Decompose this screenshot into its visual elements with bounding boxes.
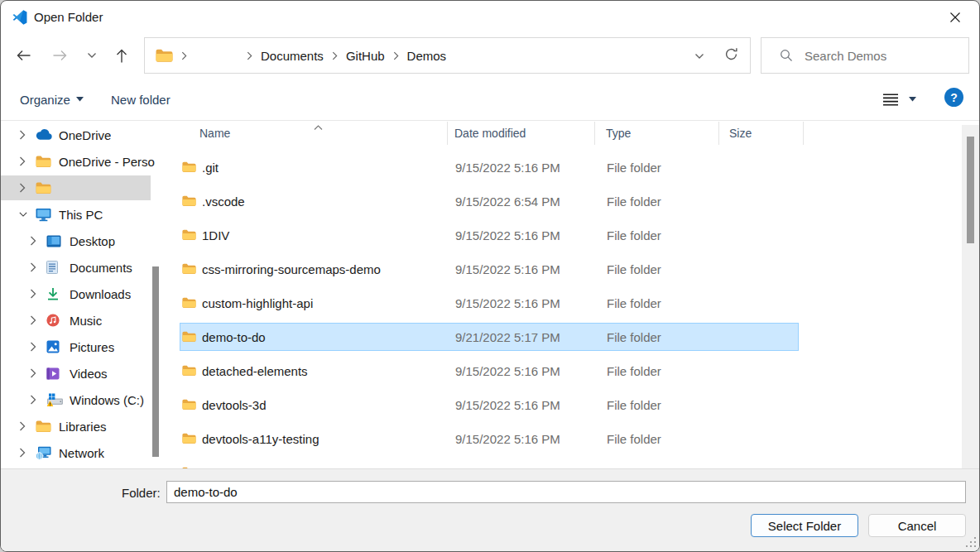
breadcrumb-segment-documents[interactable]: Documents: [261, 49, 324, 63]
breadcrumb-segment-github[interactable]: GitHub: [346, 49, 385, 63]
sidebar-item-this-pc[interactable]: This PC: [1, 201, 166, 228]
folder-label: Folder:: [122, 486, 161, 500]
tree-expanded-chevron-icon[interactable]: [19, 211, 27, 218]
file-name: devtools-3d: [202, 398, 267, 412]
select-folder-button[interactable]: Select Folder: [751, 514, 858, 537]
file-row-devtools-a11y-testing[interactable]: devtools-a11y-testing9/15/2022 5:16 PMFi…: [180, 425, 799, 453]
breadcrumb-chevron-icon[interactable]: [247, 51, 252, 60]
file-name-cell: demo-to-do: [180, 330, 449, 344]
breadcrumb: DocumentsGitHubDemos: [144, 37, 751, 74]
sidebar-item-libraries[interactable]: Libraries: [1, 413, 166, 439]
sidebar-item-network[interactable]: Network: [1, 439, 166, 466]
date-modified-cell: 9/15/2022 5:16 PM: [449, 262, 596, 276]
recent-locations-chevron-icon[interactable]: [79, 44, 104, 67]
sort-ascending-caret-icon: [314, 122, 323, 133]
file-list: NameDate modifiedTypeSize .git9/15/2022 …: [166, 122, 979, 468]
type-cell: File folder: [596, 296, 720, 310]
view-options-caret-button[interactable]: [909, 89, 916, 110]
sidebar-item-folder[interactable]: [1, 175, 166, 201]
column-header-type[interactable]: Type: [595, 122, 719, 145]
sidebar-item-windows-c[interactable]: Windows (C:): [1, 386, 166, 413]
tree-collapsed-chevron-icon[interactable]: [19, 421, 27, 431]
sidebar-item-label: Music: [70, 314, 102, 328]
list-scrollbar-track[interactable]: [962, 125, 979, 468]
file-row-css-mirroring-sourcemaps-demo[interactable]: css-mirroring-sourcemaps-demo9/15/2022 5…: [180, 255, 799, 283]
sidebar-item-label: Network: [59, 446, 104, 460]
list-scrollbar-thumb[interactable]: [967, 137, 974, 243]
sidebar-item-onedrive-perso[interactable]: OneDrive - Perso: [1, 148, 166, 175]
search-box: [761, 37, 969, 74]
view-caret-icon: [909, 97, 916, 102]
folder-icon: [36, 182, 53, 194]
organize-button[interactable]: Organize: [20, 89, 84, 110]
tree-collapsed-chevron-icon[interactable]: [30, 262, 38, 272]
file-row-detached-elements[interactable]: detached-elements9/15/2022 5:16 PMFile f…: [180, 357, 799, 385]
file-name: .git: [202, 161, 219, 175]
help-button[interactable]: ?: [944, 88, 963, 107]
download-icon: [46, 287, 64, 300]
sidebar-item-label: Desktop: [70, 234, 115, 248]
file-row-1DIV[interactable]: 1DIV9/15/2022 5:16 PMFile folder: [180, 221, 799, 249]
breadcrumb-segment-demos[interactable]: Demos: [407, 49, 447, 63]
back-icon[interactable]: [11, 44, 36, 67]
search-input[interactable]: [805, 49, 969, 63]
tree-collapsed-chevron-icon[interactable]: [30, 395, 38, 405]
file-row-demo-to-do[interactable]: demo-to-do9/21/2022 5:17 PMFile folder: [180, 323, 799, 351]
tree-collapsed-chevron-icon[interactable]: [19, 130, 27, 140]
file-row--vscode[interactable]: .vscode9/15/2022 6:54 PMFile folder: [180, 187, 799, 215]
date-modified-cell: 9/15/2022 5:16 PM: [449, 432, 596, 446]
sidebar-item-label: OneDrive: [59, 128, 111, 142]
tree-collapsed-chevron-icon[interactable]: [30, 236, 38, 246]
address-folder-icon[interactable]: [156, 49, 173, 63]
resize-grip[interactable]: [964, 535, 976, 547]
sidebar-item-music[interactable]: Music: [1, 307, 166, 334]
close-icon[interactable]: [939, 6, 971, 29]
tree-collapsed-chevron-icon[interactable]: [30, 368, 38, 378]
up-icon[interactable]: [109, 44, 134, 67]
sidebar-scrollbar-thumb[interactable]: [152, 266, 159, 457]
column-header-label: Size: [729, 127, 752, 140]
type-cell: File folder: [596, 228, 720, 242]
tree-collapsed-chevron-icon[interactable]: [19, 448, 27, 458]
file-row-custom-highlight-api[interactable]: custom-highlight-api9/15/2022 5:16 PMFil…: [180, 289, 799, 317]
sidebar-item-desktop[interactable]: Desktop: [1, 228, 166, 254]
column-header-date-modified[interactable]: Date modified: [448, 122, 595, 145]
folder-name-input[interactable]: [166, 481, 966, 503]
sidebar-item-videos[interactable]: Videos: [1, 360, 166, 386]
file-row-devtools-animations[interactable]: devtools-animations9/15/2022 5:16 PMFile…: [180, 458, 799, 468]
column-header-name[interactable]: Name: [166, 122, 448, 145]
sidebar-item-label: Libraries: [59, 420, 107, 434]
forward-icon[interactable]: [48, 44, 73, 67]
sidebar-item-label: OneDrive - Perso: [59, 155, 155, 169]
folder-icon: [36, 156, 53, 168]
tree-collapsed-chevron-icon[interactable]: [30, 315, 38, 325]
column-header-size[interactable]: Size: [719, 122, 804, 145]
file-rows: .git9/15/2022 5:16 PMFile folder.vscode9…: [166, 153, 962, 468]
title-bar: Open Folder: [1, 1, 979, 34]
refresh-icon[interactable]: [724, 47, 738, 65]
address-dropdown-chevron-icon[interactable]: [694, 48, 704, 63]
tree-collapsed-chevron-icon[interactable]: [19, 183, 27, 193]
cancel-button[interactable]: Cancel: [868, 514, 966, 537]
document-icon: [46, 261, 64, 274]
sidebar-item-documents[interactable]: Documents: [1, 254, 166, 281]
breadcrumb-chevron-icon[interactable]: [181, 51, 187, 60]
sidebar-item-downloads[interactable]: Downloads: [1, 281, 166, 307]
file-name: custom-highlight-api: [202, 296, 313, 310]
tree-collapsed-chevron-icon[interactable]: [30, 289, 38, 299]
tree-collapsed-chevron-icon[interactable]: [30, 342, 38, 352]
view-options-button[interactable]: [883, 89, 898, 110]
file-row-devtools-3d[interactable]: devtools-3d9/15/2022 5:16 PMFile folder: [180, 391, 799, 419]
type-cell: File folder: [596, 194, 720, 209]
file-row--git[interactable]: .git9/15/2022 5:16 PMFile folder: [180, 153, 799, 181]
type-cell: File folder: [596, 262, 720, 276]
breadcrumb-chevron-icon[interactable]: [393, 51, 399, 60]
sidebar-item-label: Downloads: [70, 287, 131, 301]
sidebar-item-onedrive[interactable]: OneDrive: [1, 122, 166, 148]
breadcrumb-chevron-icon[interactable]: [332, 51, 338, 60]
tree-collapsed-chevron-icon[interactable]: [19, 156, 27, 166]
command-toolbar: Organize New folder ?: [1, 77, 979, 121]
sidebar-item-pictures[interactable]: Pictures: [1, 334, 166, 360]
folder-icon: [182, 161, 196, 173]
new-folder-button[interactable]: New folder: [111, 89, 171, 110]
